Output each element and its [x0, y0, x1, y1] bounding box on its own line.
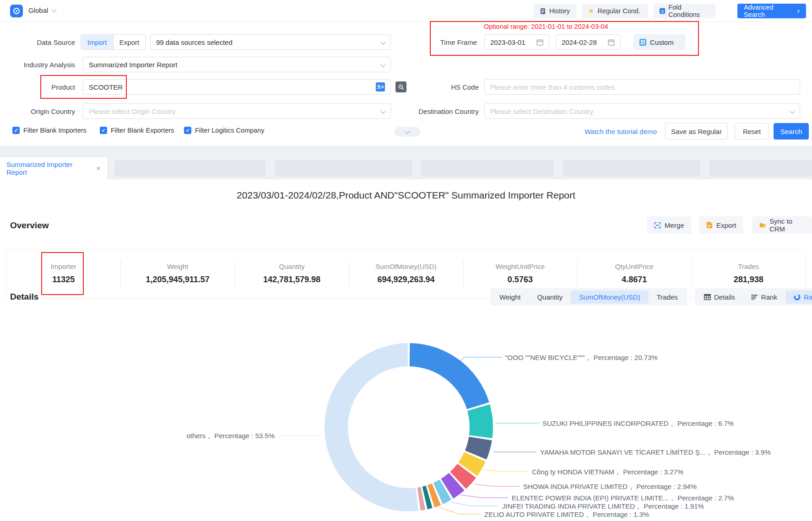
history-button[interactable]: History	[533, 4, 577, 18]
sync-to-crm-label: Sync to CRM	[769, 217, 805, 233]
leader-line	[439, 507, 481, 514]
metric-quantity[interactable]: Quantity	[529, 290, 571, 304]
destination-country-label: Destination Country	[410, 107, 479, 115]
stat-label: Trades	[738, 263, 759, 270]
origin-country-placeholder: Please select Origin Country	[89, 107, 381, 115]
overview-heading: Overview	[10, 220, 49, 231]
metric-toggle-group: Weight Quantity SumOfMoney(USD) Trades	[490, 288, 687, 306]
stat-value: 1,205,945,911.57	[146, 275, 210, 285]
chevron-down-icon	[380, 39, 385, 44]
zoom-search-icon[interactable]	[395, 81, 406, 92]
search-button[interactable]: Search	[774, 123, 809, 140]
tab-placeholder	[709, 160, 812, 177]
data-sources-select[interactable]: 99 data sources selected	[150, 34, 391, 50]
chart-label: JINFEI TRADING INDIA PRIVATE LIMITED， Pe…	[502, 502, 704, 511]
filter-blank-importers-label: Filter Blank Importers	[23, 127, 87, 134]
view-ratio[interactable]: Ratio	[785, 290, 812, 304]
donut-slice[interactable]	[467, 404, 493, 438]
date-end-field[interactable]	[556, 34, 621, 50]
donut-slice[interactable]	[325, 343, 418, 511]
stat-label: SumOfMoney(USD)	[375, 263, 436, 270]
sync-crm-icon	[759, 222, 766, 228]
export-button[interactable]: Export	[699, 216, 743, 234]
export-toggle[interactable]: Export	[113, 35, 145, 49]
chevron-down-icon	[380, 108, 385, 113]
ratio-donut-chart[interactable]: "OOO ""NEW BICYCLE"""， Percentage : 20.7…	[0, 306, 812, 521]
fold-conditions-label: Fold Conditions	[668, 4, 709, 18]
hs-code-field[interactable]	[484, 79, 800, 95]
tab-summarized-importer-report[interactable]: Summarized Importer Report ×	[0, 157, 107, 179]
industry-analysis-label: Industry Analysis	[6, 61, 75, 69]
chart-label: ELENTEC POWER INDIA (EPI) PRIVATE LIMITE…	[512, 494, 734, 503]
hs-code-input[interactable]	[490, 83, 794, 91]
stat-value: 281,938	[734, 275, 763, 285]
product-input[interactable]	[89, 83, 376, 91]
donut-slice[interactable]	[410, 343, 489, 409]
region-selector[interactable]: Global	[28, 6, 56, 14]
stat-value: 694,929,263.94	[377, 275, 434, 285]
filter-blank-exporters-label: Filter Blank Exporters	[111, 127, 174, 134]
history-icon	[540, 8, 546, 15]
chart-label: SUZUKI PHILIPPINES INCORPORATED， Percent…	[542, 419, 734, 428]
metric-weight[interactable]: Weight	[491, 290, 529, 304]
date-start-field[interactable]	[484, 34, 549, 50]
checkbox-checked-icon: ✓	[100, 127, 107, 134]
data-source-label: Data Source	[6, 38, 75, 46]
sync-to-crm-button[interactable]: Sync to CRM	[752, 216, 812, 234]
stat-importer: Importer11325	[6, 249, 120, 298]
custom-icon	[639, 39, 646, 46]
translate-icon[interactable]: 文A	[376, 82, 385, 91]
stat-value: 4.8671	[622, 275, 647, 285]
filter-blank-importers-checkbox[interactable]: ✓ Filter Blank Importers	[12, 127, 87, 134]
fold-conditions-button[interactable]: Fold Conditions	[653, 4, 715, 18]
data-sources-value: 99 data sources selected	[156, 38, 381, 46]
regular-cond-button[interactable]: ★ Regular Cond.	[582, 4, 648, 18]
destination-country-placeholder: Please select Destination Country	[490, 107, 790, 115]
custom-label: Custom	[650, 38, 674, 46]
close-icon[interactable]: ×	[96, 165, 101, 172]
app-logo-icon	[10, 5, 23, 17]
advanced-search-button[interactable]: Advanced Search ›	[737, 4, 806, 18]
checkbox-checked-icon: ✓	[184, 127, 191, 134]
history-label: History	[549, 7, 570, 15]
custom-range-button[interactable]: Custom	[633, 34, 686, 50]
chart-label: Công ty HONDA VIETNAM， Percentage : 3.27…	[532, 468, 683, 477]
chart-label: SHOWA INDIA PRIVATE LIMITED， Percentage …	[523, 483, 697, 491]
calendar-icon	[536, 39, 543, 46]
import-toggle[interactable]: Import	[81, 35, 113, 49]
filter-blank-exporters-checkbox[interactable]: ✓ Filter Blank Exporters	[100, 127, 174, 134]
view-details[interactable]: Details	[696, 290, 743, 304]
export-icon	[706, 221, 713, 229]
top-bar: Global History ★ Regular Cond. Fold Cond…	[0, 0, 812, 22]
rank-icon	[752, 294, 758, 300]
view-rank[interactable]: Rank	[743, 290, 785, 304]
date-start-input[interactable]	[490, 38, 536, 46]
tab-placeholder	[563, 160, 700, 177]
view-ratio-label: Ratio	[804, 293, 812, 301]
chart-label: others， Percentage : 53.5%	[151, 432, 275, 440]
metric-trades[interactable]: Trades	[649, 290, 686, 304]
product-input-wrap: 文A	[83, 79, 391, 95]
filter-logistics-company-label: Filter Logitics Company	[195, 127, 265, 134]
metric-sum-of-money[interactable]: SumOfMoney(USD)	[571, 290, 648, 304]
stat-label: Importer	[51, 263, 76, 270]
tab-placeholder	[421, 160, 554, 177]
collapse-conditions-button[interactable]	[395, 127, 420, 137]
tab-placeholder	[275, 160, 412, 177]
tutorial-demo-link[interactable]: Watch the tutorial demo	[585, 128, 657, 135]
table-icon	[704, 294, 711, 300]
optional-range-note: Optional range: 2021-01-01 to 2024-03-04	[484, 23, 608, 30]
origin-country-select[interactable]: Please select Origin Country	[83, 103, 391, 119]
destination-country-select[interactable]: Please select Destination Country	[484, 103, 800, 119]
product-label: Product	[6, 83, 75, 91]
leader-line	[484, 470, 528, 472]
chevron-down-icon	[380, 62, 385, 67]
chevron-down-icon	[405, 129, 410, 134]
checkbox-checked-icon: ✓	[12, 127, 20, 134]
reset-button[interactable]: Reset	[735, 123, 769, 140]
merge-button[interactable]: Merge	[647, 216, 692, 234]
date-end-input[interactable]	[562, 38, 608, 46]
industry-analysis-select[interactable]: Summarized Importer Report	[83, 57, 391, 72]
save-as-regular-button[interactable]: Save as Regular	[665, 123, 728, 140]
filter-logistics-company-checkbox[interactable]: ✓ Filter Logitics Company	[184, 127, 265, 134]
